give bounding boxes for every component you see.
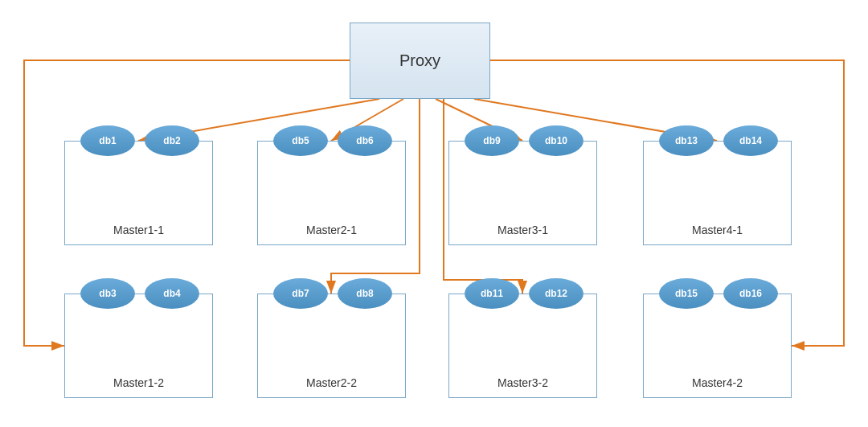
db-ellipse-db13: db13 — [659, 125, 714, 156]
db-ellipse-db4: db4 — [145, 278, 199, 309]
master-label-m1-2: Master1-2 — [65, 376, 212, 389]
proxy-label: Proxy — [399, 51, 440, 70]
master-box-m3-1: Master3-1 — [448, 141, 597, 245]
master-label-m3-2: Master3-2 — [449, 376, 596, 389]
db-ellipse-db12: db12 — [529, 278, 583, 309]
db-ellipse-db16: db16 — [723, 278, 778, 309]
db-ellipse-db2: db2 — [145, 125, 199, 156]
master-label-m3-1: Master3-1 — [449, 224, 596, 236]
master-label-m2-1: Master2-1 — [258, 224, 405, 236]
db-ellipse-db15: db15 — [659, 278, 714, 309]
master-label-m1-1: Master1-1 — [65, 224, 212, 236]
master-label-m4-1: Master4-1 — [644, 224, 791, 236]
master-box-m1-1: Master1-1 — [64, 141, 213, 245]
master-box-m4-1: Master4-1 — [643, 141, 792, 245]
db-ellipse-db14: db14 — [723, 125, 778, 156]
db-ellipse-db6: db6 — [338, 125, 392, 156]
master-label-m2-2: Master2-2 — [258, 376, 405, 389]
db-ellipse-db9: db9 — [465, 125, 519, 156]
master-label-m4-2: Master4-2 — [644, 376, 791, 389]
db-ellipse-db1: db1 — [80, 125, 135, 156]
master-box-m3-2: Master3-2 — [448, 294, 597, 398]
db-ellipse-db11: db11 — [465, 278, 519, 309]
db-ellipse-db5: db5 — [273, 125, 328, 156]
diagram-container: Proxy Master1-1db1db2Master2-1db5db6Mast… — [0, 0, 868, 427]
master-box-m2-1: Master2-1 — [257, 141, 406, 245]
master-box-m4-2: Master4-2 — [643, 294, 792, 398]
proxy-box: Proxy — [350, 23, 490, 99]
db-ellipse-db3: db3 — [80, 278, 135, 309]
master-box-m1-2: Master1-2 — [64, 294, 213, 398]
db-ellipse-db10: db10 — [529, 125, 583, 156]
db-ellipse-db7: db7 — [273, 278, 328, 309]
db-ellipse-db8: db8 — [338, 278, 392, 309]
master-box-m2-2: Master2-2 — [257, 294, 406, 398]
